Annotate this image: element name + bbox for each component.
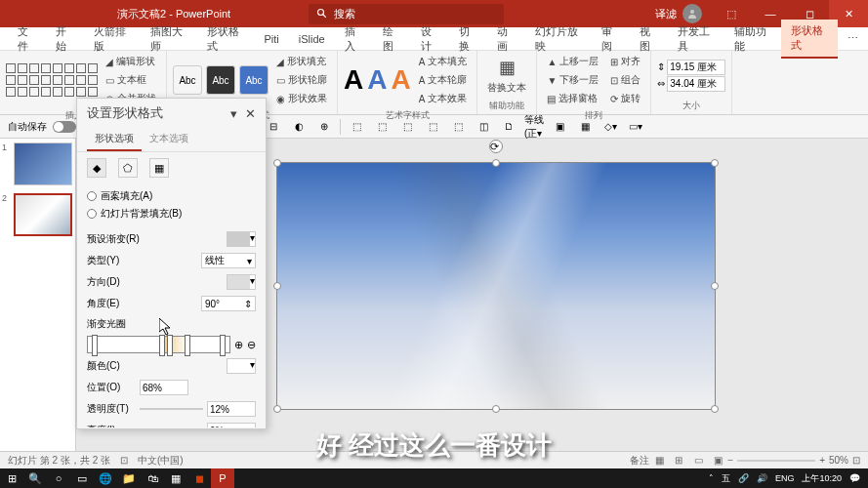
- tray-notifications-icon[interactable]: 💬: [849, 473, 860, 483]
- text-effects-button[interactable]: A文本效果: [415, 90, 472, 107]
- taskview-icon[interactable]: ▭: [70, 468, 94, 488]
- gradient-stop[interactable]: [220, 335, 226, 356]
- sorter-view-icon[interactable]: ⊞: [669, 453, 688, 468]
- tray-network-icon[interactable]: 🔗: [738, 473, 749, 483]
- qat-btn[interactable]: ▣: [550, 117, 569, 137]
- gradient-stop[interactable]: [167, 335, 173, 356]
- slideshow-view-icon[interactable]: ▣: [708, 453, 727, 468]
- explorer-icon[interactable]: 📁: [117, 468, 141, 488]
- qat-btn[interactable]: ◇▾: [600, 117, 620, 137]
- shape-outline-button[interactable]: ▭形状轮廓: [272, 71, 331, 89]
- selection-handle[interactable]: [273, 405, 281, 413]
- fill-slide-bg-radio[interactable]: 幻灯片背景填充(B): [87, 205, 256, 223]
- preset-gradient-button[interactable]: ▾: [227, 231, 256, 247]
- normal-view-icon[interactable]: ▦: [649, 453, 669, 468]
- pane-dropdown-icon[interactable]: ▾: [230, 106, 237, 121]
- qat-btn[interactable]: 等线 (正▾: [524, 117, 544, 137]
- group-button[interactable]: ⊡组合: [606, 71, 644, 89]
- edge-icon[interactable]: 🌐: [94, 468, 117, 488]
- tray-lang[interactable]: 五: [722, 472, 730, 485]
- position-input[interactable]: 68%: [140, 380, 188, 395]
- tab-piti[interactable]: Piti: [254, 29, 288, 49]
- transparency-slider[interactable]: [140, 408, 203, 410]
- angle-input[interactable]: 90°⇕: [201, 296, 256, 311]
- shape-gallery[interactable]: [6, 63, 98, 97]
- style-preset-1[interactable]: Abc: [173, 65, 202, 95]
- fit-to-window-icon[interactable]: ⊡: [852, 455, 860, 466]
- start-button[interactable]: ⊞: [0, 468, 23, 488]
- direction-button[interactable]: ▾: [227, 274, 256, 290]
- selection-handle[interactable]: [492, 405, 500, 413]
- add-stop-icon[interactable]: ⊕: [234, 339, 243, 351]
- qat-btn[interactable]: ⬚: [448, 117, 468, 137]
- gradient-stop[interactable]: [185, 335, 190, 356]
- pane-tab-shape[interactable]: 形状选项: [87, 128, 142, 151]
- qat-btn[interactable]: ⬚: [372, 117, 392, 137]
- alt-text-button[interactable]: ▦ 替换文本: [483, 55, 530, 97]
- wordart-preset-3[interactable]: A: [391, 64, 410, 96]
- wordart-preset-1[interactable]: A: [344, 64, 363, 96]
- rotate-handle[interactable]: ⟳: [489, 140, 503, 153]
- selection-handle[interactable]: [711, 282, 719, 290]
- accessibility-icon[interactable]: ⊡: [120, 455, 128, 466]
- tab-accessibility[interactable]: 辅助功能: [724, 20, 781, 58]
- shape-effects-button[interactable]: ◉形状效果: [272, 90, 331, 107]
- tray-ime[interactable]: ENG: [775, 473, 795, 483]
- height-input[interactable]: [667, 60, 725, 75]
- thumbnail-1[interactable]: 1: [4, 142, 71, 185]
- tab-shape-format-contextual[interactable]: 形状格式: [781, 20, 838, 59]
- qat-btn[interactable]: ⬚: [347, 117, 366, 137]
- selection-handle[interactable]: [711, 159, 719, 167]
- slide-canvas[interactable]: ⟳: [276, 162, 716, 410]
- zoom-value[interactable]: 50%: [829, 455, 848, 466]
- gradient-stops-bar[interactable]: [87, 336, 230, 353]
- qat-btn[interactable]: ⊕: [314, 117, 334, 137]
- qat-btn[interactable]: ◐: [289, 117, 309, 137]
- send-backward-button[interactable]: ▼下移一层: [543, 71, 602, 89]
- gradient-stop[interactable]: [92, 335, 98, 356]
- shape-fill-button[interactable]: ◢形状填充: [272, 53, 331, 70]
- brightness-input[interactable]: 0%: [207, 423, 256, 427]
- thumbnail-2[interactable]: 2: [4, 193, 71, 236]
- style-preset-2[interactable]: Abc: [206, 65, 235, 95]
- zoom-in-icon[interactable]: +: [819, 455, 825, 466]
- store-icon[interactable]: 🛍: [141, 468, 164, 488]
- notes-button[interactable]: 备注: [630, 454, 649, 468]
- search-taskbar-icon[interactable]: 🔍: [23, 468, 47, 488]
- remove-stop-icon[interactable]: ⊖: [247, 339, 256, 351]
- color-button[interactable]: ▾: [227, 358, 256, 374]
- pane-tab-text[interactable]: 文本选项: [142, 128, 196, 151]
- bring-forward-button[interactable]: ▲上移一层: [543, 53, 602, 70]
- tray-chevron-icon[interactable]: ˄: [709, 473, 714, 483]
- align-button[interactable]: ⊞对齐: [606, 53, 644, 70]
- gradient-stop[interactable]: [159, 335, 165, 356]
- tab-islide[interactable]: iSlide: [289, 29, 335, 49]
- selection-pane-button[interactable]: ▤选择窗格: [543, 90, 602, 107]
- qat-btn[interactable]: ▭▾: [626, 117, 645, 137]
- selection-handle[interactable]: [711, 405, 719, 413]
- wordart-preset-2[interactable]: A: [367, 64, 387, 96]
- selection-handle[interactable]: [492, 159, 500, 167]
- edit-shape-button[interactable]: ◢编辑形状: [102, 53, 160, 70]
- qat-btn[interactable]: ◫: [474, 117, 493, 137]
- selection-handle[interactable]: [273, 282, 281, 290]
- selection-handle[interactable]: [273, 159, 281, 167]
- zoom-out-icon[interactable]: −: [727, 455, 733, 466]
- qat-btn[interactable]: ▦: [575, 117, 595, 137]
- text-fill-button[interactable]: A文本填充: [415, 53, 472, 70]
- qat-btn[interactable]: ⬚: [397, 117, 417, 137]
- pane-close-icon[interactable]: ✕: [245, 106, 256, 121]
- reading-view-icon[interactable]: ▭: [688, 453, 708, 468]
- autosave-toggle[interactable]: [53, 121, 76, 133]
- qat-btn[interactable]: ⬚: [423, 117, 442, 137]
- language-indicator[interactable]: 中文(中国): [138, 454, 184, 468]
- app-icon[interactable]: ▦: [164, 468, 187, 488]
- transparency-input[interactable]: 12%: [207, 401, 256, 417]
- type-combo[interactable]: 线性▾: [201, 253, 256, 268]
- powerpoint-icon[interactable]: P: [211, 468, 234, 488]
- style-preset-3[interactable]: Abc: [239, 65, 269, 95]
- size-properties-icon[interactable]: ▦: [149, 158, 169, 178]
- share-button[interactable]: ⋯: [838, 28, 868, 49]
- tray-volume-icon[interactable]: 🔊: [757, 473, 767, 483]
- qat-btn[interactable]: ⊟: [264, 117, 283, 137]
